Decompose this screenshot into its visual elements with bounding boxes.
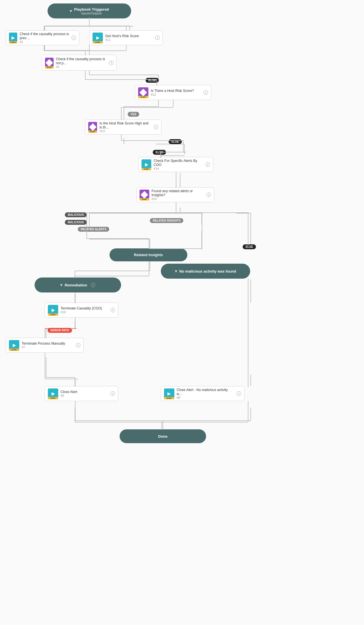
info-icon-1[interactable]: i	[71, 35, 76, 40]
node-text-1: Check if the causality process is prev… …	[20, 32, 69, 44]
info-icon-5[interactable]: i	[110, 391, 115, 396]
pill-content: Playbook Triggered Inputs/Outputs	[74, 7, 109, 15]
conn-9	[85, 71, 86, 79]
diamond-13	[89, 123, 96, 131]
diamond-2	[46, 59, 53, 66]
conn-5	[44, 45, 44, 50]
check-causality-prev-num: #1	[20, 40, 69, 44]
conn-27	[86, 238, 149, 239]
conn-22	[86, 212, 248, 213]
conn-30	[149, 248, 202, 249]
chevron-icon-no-mal: ▾	[175, 269, 177, 273]
check-causality-not-node[interactable]: Check if the causality process is not p……	[42, 55, 117, 71]
conn-17	[183, 140, 184, 152]
close-alert-no-node[interactable]: ▶ Close Alert - No malicious activity w……	[161, 386, 244, 401]
conn-16	[121, 140, 183, 141]
get-host-risk-node[interactable]: ▶ Get Host's Risk Score #11 i	[89, 30, 163, 45]
terminate-manually-label: Terminate Process Manually	[22, 341, 65, 345]
terminate-causality-num: #10	[61, 310, 102, 314]
conn-18	[160, 152, 186, 152]
host-risk-high-num: #13	[99, 129, 151, 133]
conn-31	[149, 261, 149, 276]
conn-29	[202, 227, 202, 249]
playbook-triggered-node[interactable]: ▾ Playbook Triggered Inputs/Outputs	[48, 3, 131, 18]
yes-badge: YES	[128, 112, 139, 117]
malicious-badge-2: MALICIOUS	[65, 220, 87, 225]
script-icon-blue-14: ▶	[142, 159, 151, 170]
error-path-line	[45, 328, 76, 329]
script-icon-blue-8: ▶	[164, 388, 174, 399]
no-malicious-node[interactable]: ▾ No malicious activity was found	[161, 264, 250, 279]
check-specific-num: #14	[154, 167, 203, 170]
check-specific-node[interactable]: ▶ Check For Specific Alerts By CGO #14 i	[138, 157, 213, 172]
playbook-canvas: ▾ Playbook Triggered Inputs/Outputs ▶ Ch…	[0, 0, 364, 625]
host-risk-high-node[interactable]: Is the Host Risk Score High and is th… #…	[85, 120, 161, 135]
script-icon-blue-11: ▶	[93, 33, 103, 43]
check-specific-label: Check For Specific Alerts By CGO	[154, 159, 203, 167]
info-icon-rem[interactable]: i	[91, 283, 95, 287]
else-badge-4: ELSE	[243, 244, 256, 249]
check-causality-prev-node[interactable]: ▶ Check if the causality process is prev…	[6, 30, 79, 45]
close-alert-node[interactable]: ▶ Close Alert #5 i	[45, 386, 118, 401]
close-alert-num: #5	[61, 394, 77, 397]
close-alert-label: Close Alert	[61, 390, 77, 394]
info-icon-14[interactable]: i	[205, 162, 210, 167]
info-icon-12[interactable]: i	[203, 90, 208, 95]
script-icon-purple-15	[139, 190, 149, 200]
info-icon-10[interactable]: i	[110, 308, 115, 312]
found-related-label: Found any related alerts or Insights?	[152, 189, 204, 197]
info-icon-15[interactable]: i	[206, 192, 211, 197]
conn-20	[176, 172, 176, 188]
conn-38	[45, 353, 45, 379]
arrow-icon-10: ▶	[52, 308, 55, 312]
conn-3	[44, 26, 44, 31]
info-icon-11[interactable]: i	[155, 35, 160, 40]
related-insights-node[interactable]: Related Insights	[110, 248, 187, 261]
conn-36	[75, 318, 76, 328]
arrow-icon-1: ▶	[12, 35, 15, 40]
remediation-label: Remediation	[65, 283, 87, 287]
conn-46	[161, 422, 162, 430]
terminate-manually-node[interactable]: ▶ Terminate Process Manually #7 i	[6, 338, 84, 353]
conn-12	[173, 100, 173, 107]
node-text-2: Check if the causality process is not p……	[56, 57, 107, 69]
get-host-risk-num: #11	[105, 38, 139, 41]
info-icon-13[interactable]: i	[154, 125, 158, 129]
conn-8	[85, 50, 86, 55]
remediation-node[interactable]: ▾ Remediation i	[35, 277, 121, 292]
node-text-8: Close Alert - No malicious activity w… #…	[177, 388, 234, 399]
conn-13	[121, 107, 173, 108]
conn-11	[156, 79, 157, 86]
found-related-node[interactable]: Found any related alerts or Insights? #1…	[136, 187, 214, 202]
related-alerts-badge: RELATED ALERTS	[78, 227, 109, 232]
conn-43	[75, 401, 76, 422]
conn-26	[86, 230, 87, 238]
conn-23	[86, 212, 87, 230]
conn-28	[149, 238, 149, 249]
related-insights-label: Related Insights	[134, 253, 163, 257]
arrow-icon-11: ▶	[96, 35, 99, 40]
playbook-triggered-subtitle: Inputs/Outputs	[81, 12, 102, 15]
script-icon-purple-2	[45, 58, 54, 68]
terminate-causality-node[interactable]: ▶ Terminate Causality (CGO) #10 i	[45, 303, 118, 318]
host-risk-score-num: #12	[151, 93, 194, 96]
info-icon-2[interactable]: i	[109, 61, 114, 65]
node-text-10: Terminate Causality (CGO) #10	[61, 306, 102, 314]
node-text-13: Is the Host Risk Score High and is th… #…	[99, 121, 151, 133]
host-risk-score-node[interactable]: Is There a Host Risk Score? #12 i	[135, 85, 211, 100]
node-text-7: Terminate Process Manually #7	[22, 341, 65, 349]
info-icon-7[interactable]: i	[76, 343, 80, 348]
no-malicious-label: No malicious activity was found	[179, 269, 236, 273]
done-node[interactable]: Done	[120, 429, 206, 443]
script-icon-purple-12	[138, 87, 148, 98]
check-causality-not-label: Check if the causality process is not p…	[56, 57, 107, 65]
node-text-15: Found any related alerts or Insights? #1…	[152, 189, 204, 201]
arrow-icon-5: ▶	[52, 391, 55, 396]
script-icon-blue-7: ▶	[9, 340, 19, 350]
done-label: Done	[158, 434, 168, 439]
conn-2	[44, 26, 133, 27]
terminate-manually-num: #7	[22, 345, 65, 349]
script-icon-blue-10: ▶	[48, 305, 58, 315]
host-risk-score-label: Is There a Host Risk Score?	[151, 89, 194, 93]
info-icon-8[interactable]: i	[237, 391, 241, 396]
